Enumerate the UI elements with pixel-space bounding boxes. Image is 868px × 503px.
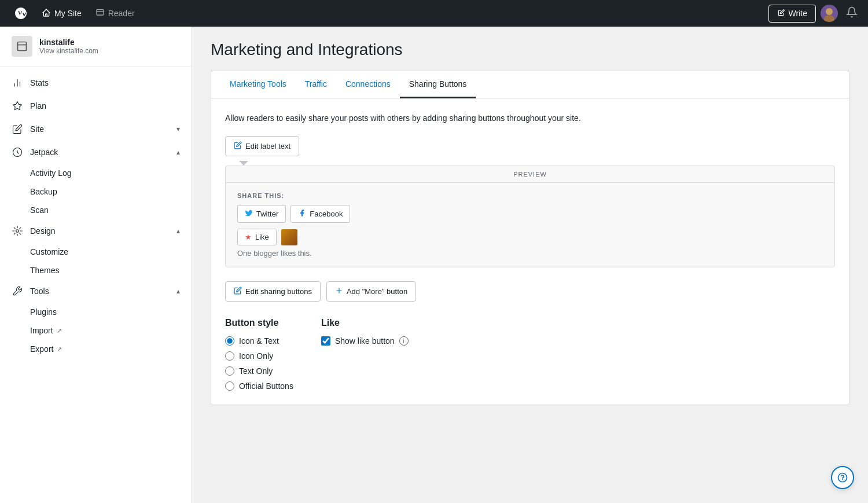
site-header[interactable]: kinstalife View kinstalife.com (0, 27, 192, 67)
plus-icon (335, 287, 343, 296)
tab-sharing-buttons[interactable]: Sharing Buttons (400, 71, 476, 98)
sidebar-item-themes[interactable]: Themes (30, 261, 192, 280)
reader-button[interactable]: Reader (89, 0, 142, 27)
sidebar-item-plan[interactable]: Plan (0, 94, 192, 118)
one-blogger-text: One blogger likes this. (237, 249, 823, 258)
share-this-label: SHARE THIS: (237, 192, 823, 199)
show-like-checkbox[interactable] (321, 336, 330, 346)
like-button-label: Like (255, 233, 269, 241)
reader-icon (95, 8, 105, 19)
sidebar-item-stats[interactable]: Stats (0, 71, 192, 94)
preview-section: PREVIEW SHARE THIS: Twitter (225, 166, 835, 267)
twitter-share-button[interactable]: Twitter (237, 205, 286, 223)
svg-rect-4 (18, 42, 27, 51)
sidebar-item-jetpack[interactable]: Jetpack ▴ (0, 141, 192, 164)
star-icon (12, 100, 23, 112)
facebook-share-button[interactable]: Facebook (290, 205, 350, 223)
tools-sub-navigation: Plugins Import ↗ Export ↗ (0, 303, 192, 358)
facebook-button-label: Facebook (310, 210, 343, 218)
add-more-button-label: Add "More" button (347, 287, 407, 296)
tabs-container: Marketing Tools Traffic Connections Shar… (211, 71, 849, 405)
chevron-up-3-icon: ▴ (176, 287, 180, 295)
button-style-column: Button style Icon & Text Icon Only (225, 318, 293, 391)
sidebar-item-design-label: Design (30, 226, 170, 236)
tab-traffic[interactable]: Traffic (296, 71, 336, 98)
site-icon (12, 36, 32, 57)
sidebar-item-import-label: Import (30, 326, 53, 335)
radio-icon-only[interactable]: Icon Only (225, 351, 293, 361)
edit-icon (12, 123, 23, 135)
radio-icon-text[interactable]: Icon & Text (225, 336, 293, 346)
like-button[interactable]: ★ Like (237, 229, 277, 245)
site-info: kinstalife View kinstalife.com (39, 38, 98, 55)
sharing-buttons-tab-content: Allow readers to easily share your posts… (211, 98, 849, 405)
bar-chart-icon (12, 77, 23, 89)
sidebar-item-backup-label: Backup (30, 187, 57, 196)
my-site-button[interactable]: My Site (35, 0, 89, 27)
write-button[interactable]: Write (768, 5, 816, 23)
chevron-up-icon: ▴ (176, 148, 180, 156)
svg-point-7 (16, 230, 19, 233)
user-avatar[interactable] (821, 5, 838, 22)
radio-icon-only-input[interactable] (225, 351, 234, 361)
sidebar-item-backup[interactable]: Backup (30, 182, 192, 201)
jetpack-sub-navigation: Activity Log Backup Scan (0, 164, 192, 219)
design-sub-navigation: Customize Themes (0, 243, 192, 280)
sidebar-item-plugins[interactable]: Plugins (30, 303, 192, 321)
my-site-icon (42, 8, 51, 19)
sidebar-item-customize-label: Customize (30, 247, 68, 256)
sidebar-item-customize[interactable]: Customize (30, 243, 192, 261)
jetpack-icon (12, 146, 23, 158)
sidebar-item-import[interactable]: Import ↗ (30, 321, 192, 340)
sidebar-item-activity-log[interactable]: Activity Log (30, 164, 192, 182)
sidebar-item-plan-label: Plan (30, 101, 180, 111)
main-layout: kinstalife View kinstalife.com Stats Pla… (0, 0, 868, 503)
twitter-bird-icon (245, 209, 253, 219)
preview-label: PREVIEW (226, 166, 834, 183)
tooltip-arrow (239, 161, 248, 166)
sidebar-item-export[interactable]: Export ↗ (30, 340, 192, 358)
sidebar-item-site[interactable]: Site ▾ (0, 118, 192, 141)
external-link-2-icon: ↗ (57, 346, 62, 353)
sidebar-item-tools-label: Tools (30, 287, 170, 296)
radio-text-only-input[interactable] (225, 366, 234, 376)
radio-text-only[interactable]: Text Only (225, 366, 293, 376)
sidebar-item-design[interactable]: Design ▴ (0, 219, 192, 243)
twitter-button-label: Twitter (256, 210, 278, 218)
sidebar-item-themes-label: Themes (30, 266, 60, 275)
like-title: Like (321, 318, 409, 328)
my-site-label: My Site (54, 9, 82, 18)
radio-official-buttons-label: Official Buttons (239, 381, 293, 391)
edit-sharing-buttons-button[interactable]: Edit sharing buttons (225, 281, 321, 302)
info-icon[interactable]: i (399, 336, 409, 346)
add-more-button[interactable]: Add "More" button (326, 281, 416, 302)
blogger-avatar-image (281, 229, 297, 245)
external-link-icon: ↗ (57, 327, 62, 335)
sidebar-item-site-label: Site (30, 124, 170, 134)
edit-sharing-buttons-label: Edit sharing buttons (245, 287, 312, 296)
sharing-description: Allow readers to easily share your posts… (225, 112, 835, 124)
sidebar-item-scan[interactable]: Scan (30, 201, 192, 219)
site-name: kinstalife (39, 38, 98, 47)
radio-official-buttons-input[interactable] (225, 381, 234, 391)
tab-connections[interactable]: Connections (336, 71, 400, 98)
share-buttons-row: Twitter Facebook (237, 205, 823, 223)
edit-label-button[interactable]: Edit label text (225, 136, 299, 156)
show-like-label: Show like button (335, 336, 395, 346)
sidebar-navigation: Stats Plan Site ▾ (0, 67, 192, 363)
help-button[interactable] (831, 466, 854, 489)
radio-icon-text-input[interactable] (225, 336, 234, 346)
show-like-button-row[interactable]: Show like button i (321, 336, 409, 346)
tab-marketing-tools[interactable]: Marketing Tools (220, 71, 296, 98)
radio-text-only-label: Text Only (239, 366, 273, 376)
write-label: Write (789, 9, 807, 18)
wordpress-logo[interactable] (7, 6, 35, 20)
preview-body: SHARE THIS: Twitter (226, 183, 834, 267)
radio-official-buttons[interactable]: Official Buttons (225, 381, 293, 391)
sidebar-item-tools[interactable]: Tools ▴ (0, 280, 192, 303)
top-navigation: My Site Reader Write (0, 0, 868, 27)
notifications-bell-icon[interactable] (843, 6, 861, 21)
radio-icon-only-label: Icon Only (239, 351, 273, 361)
tools-icon (12, 285, 23, 297)
radio-icon-text-label: Icon & Text (239, 336, 279, 346)
